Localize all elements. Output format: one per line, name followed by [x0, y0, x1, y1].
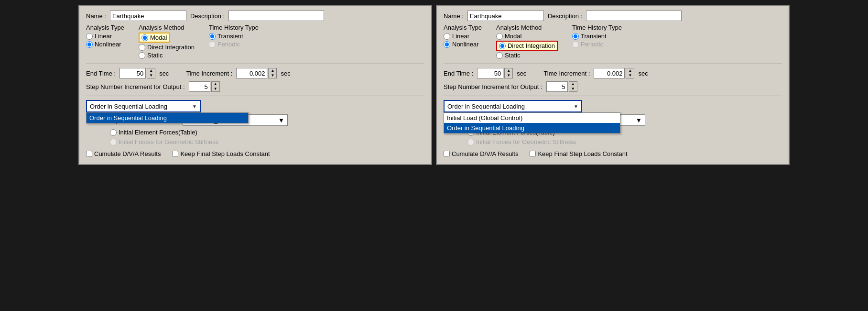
right-time-increment-input[interactable] — [594, 68, 625, 78]
left-dropdown-item-order[interactable]: Order in Sequential Loading — [87, 113, 248, 123]
left-linear-radio[interactable] — [86, 33, 93, 40]
left-direct-radio[interactable] — [139, 44, 145, 51]
right-step-input[interactable] — [546, 81, 568, 92]
right-load-case-arrow-icon: ▼ — [636, 117, 642, 124]
right-nonlinear-radio-row: Nonlinear — [444, 41, 482, 48]
left-dropdown-popup: Order in Sequential Loading — [86, 112, 249, 123]
right-step-row: Step Number Increment for Output : ▲ ▼ — [444, 81, 782, 92]
right-end-time-down[interactable]: ▼ — [505, 73, 512, 78]
left-keep-final-checkbox[interactable] — [172, 151, 178, 157]
right-time-increment-buttons: ▲ ▼ — [626, 68, 634, 78]
right-linear-radio[interactable] — [444, 33, 450, 40]
left-step-up[interactable]: ▲ — [212, 82, 219, 87]
right-end-time-up[interactable]: ▲ — [505, 68, 512, 73]
right-modal-radio[interactable] — [496, 33, 503, 40]
right-bottom-checkboxes: Cumulate D/V/A Results Keep Final Step L… — [444, 150, 782, 157]
left-initial-forces-label: Initial Forces for Geometric Stiffness — [119, 138, 218, 145]
right-name-label: Name : — [444, 12, 464, 20]
left-time-increment-input[interactable] — [236, 68, 267, 78]
right-end-time-spinner: ▲ ▼ — [477, 68, 513, 78]
left-dropdown-trigger[interactable]: Order in Sequential Loading ▼ — [86, 100, 201, 112]
right-dropdown-trigger[interactable]: Order in Sequential Loading ▼ — [444, 100, 582, 112]
left-time-increment-label: Time Increment : — [186, 70, 232, 77]
right-name-input[interactable] — [467, 11, 544, 21]
left-end-time-up[interactable]: ▲ — [147, 68, 155, 73]
right-nonlinear-radio[interactable] — [444, 41, 450, 48]
left-analysis-section: Analysis Type Linear Nonlinear Analysis … — [86, 24, 424, 60]
right-periodic-radio-row: Periodic — [572, 41, 622, 48]
right-static-radio-row: Static — [496, 52, 558, 59]
right-transient-label: Transient — [581, 33, 607, 40]
left-desc-input[interactable] — [228, 11, 324, 21]
left-step-buttons: ▲ ▼ — [211, 81, 220, 92]
left-modal-radio[interactable] — [141, 34, 148, 41]
left-step-spinner: ▲ ▼ — [189, 81, 220, 92]
right-desc-input[interactable] — [586, 11, 682, 21]
right-keep-final-text: Keep Final Step Loads Constant — [538, 150, 627, 157]
left-cumulate-text: Cumulate D/V/A Results — [94, 150, 161, 157]
right-static-radio[interactable] — [496, 52, 503, 59]
right-direct-radio[interactable] — [499, 43, 506, 49]
left-static-radio-row: Static — [139, 52, 195, 59]
left-analysis-type-group: Analysis Type Linear Nonlinear — [86, 24, 124, 60]
right-desc-label: Description : — [548, 12, 582, 20]
left-name-row: Name : Description : — [86, 11, 424, 21]
right-time-increment-up[interactable]: ▲ — [626, 68, 634, 73]
left-time-increment-spinner: ▲ ▼ — [236, 68, 277, 78]
left-step-down[interactable]: ▼ — [212, 87, 219, 91]
left-initial-element-label: Initial Element Forces(Table) — [119, 129, 197, 136]
right-step-buttons: ▲ ▼ — [569, 81, 577, 92]
right-step-down[interactable]: ▼ — [569, 87, 577, 91]
right-cumulate-checkbox[interactable] — [444, 151, 450, 157]
right-time-increment-unit: sec — [638, 70, 648, 77]
right-analysis-method-group: Analysis Method Modal Direct Integration… — [496, 24, 558, 60]
right-keep-final-checkbox[interactable] — [530, 151, 536, 157]
left-static-radio[interactable] — [139, 52, 145, 59]
left-time-increment-buttons: ▲ ▼ — [268, 68, 277, 78]
right-initial-forces-radio[interactable] — [467, 139, 474, 145]
left-direct-label: Direct Integration — [147, 44, 195, 51]
left-periodic-radio[interactable] — [209, 41, 216, 48]
right-time-increment-spinner: ▲ ▼ — [594, 68, 634, 78]
right-divider-1 — [444, 64, 782, 64]
left-transient-radio[interactable] — [209, 33, 216, 40]
right-step-label: Step Number Increment for Output : — [444, 83, 542, 90]
right-analysis-method-label: Analysis Method — [496, 24, 558, 31]
left-initial-forces-radio[interactable] — [110, 139, 117, 145]
left-initial-element-radio[interactable] — [110, 129, 117, 136]
left-time-increment-up[interactable]: ▲ — [269, 68, 276, 73]
right-end-time-unit: sec — [517, 70, 526, 77]
left-transient-radio-row: Transient — [209, 33, 259, 40]
right-modal-radio-row: Modal — [496, 33, 558, 40]
right-cumulate-label: Cumulate D/V/A Results — [444, 150, 518, 157]
left-time-row: End Time : ▲ ▼ sec Time Increment : ▲ ▼ … — [86, 68, 424, 78]
left-cumulate-checkbox[interactable] — [86, 151, 92, 157]
left-desc-label: Description : — [190, 12, 225, 20]
left-name-input[interactable] — [110, 11, 186, 21]
right-dropdown-item-initial[interactable]: Initial Load (Global Control) — [444, 113, 620, 123]
left-step-input[interactable] — [189, 81, 210, 92]
left-nonlinear-radio-row: Nonlinear — [86, 41, 124, 48]
right-dropdown-item-order[interactable]: Order in Sequential Loading — [444, 123, 620, 133]
right-end-time-input[interactable] — [477, 68, 503, 78]
right-time-increment-down[interactable]: ▼ — [626, 73, 634, 78]
left-divider-2 — [86, 96, 424, 96]
left-end-time-input[interactable] — [119, 68, 146, 78]
right-analysis-type-group: Analysis Type Linear Nonlinear — [444, 24, 482, 60]
right-transient-radio[interactable] — [572, 33, 579, 40]
left-end-time-down[interactable]: ▼ — [147, 73, 155, 78]
left-linear-label: Linear — [95, 33, 112, 40]
right-initial-forces-label: Initial Forces for Geometric Stiffness — [476, 138, 576, 145]
left-panel: Name : Description : Analysis Type Linea… — [78, 5, 432, 165]
right-initial-forces-row: Initial Forces for Geometric Stiffness — [467, 138, 782, 145]
left-time-history-label: Time History Type — [209, 24, 259, 31]
right-nonlinear-label: Nonlinear — [452, 41, 479, 48]
right-time-increment-label: Time Increment : — [543, 70, 590, 77]
right-step-up[interactable]: ▲ — [569, 82, 577, 87]
right-direct-highlight: Direct Integration — [496, 41, 558, 51]
left-time-increment-down[interactable]: ▼ — [269, 73, 276, 78]
left-analysis-method-group: Analysis Method Modal Direct Integration… — [139, 24, 195, 60]
right-periodic-label: Periodic — [581, 41, 603, 48]
right-periodic-radio[interactable] — [572, 41, 579, 48]
left-nonlinear-radio[interactable] — [86, 41, 93, 48]
